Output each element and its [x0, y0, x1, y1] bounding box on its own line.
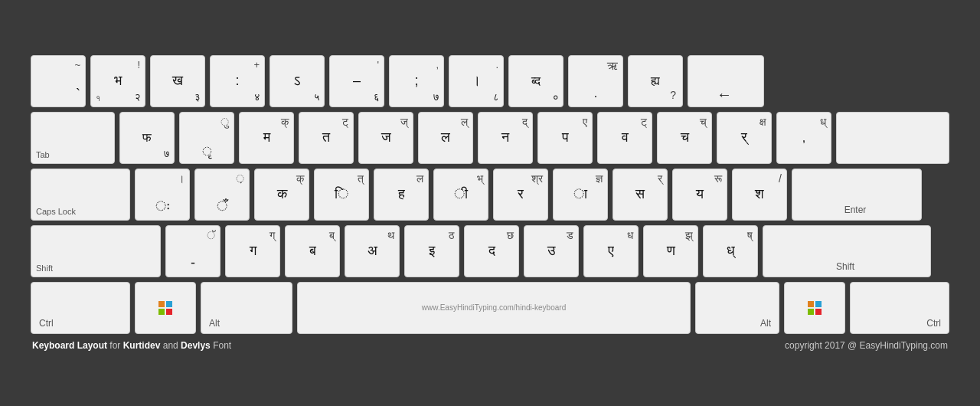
key-6[interactable]: , ; ७	[389, 55, 444, 107]
key-quote[interactable]: / श	[732, 169, 787, 221]
key-h[interactable]: भ् ी	[433, 169, 488, 221]
key-j[interactable]: श्र र	[493, 169, 548, 221]
key-ctrl-right[interactable]: Ctrl	[850, 282, 949, 334]
row-numbers: ~ ` ! भ २ १ ख ३ + : ४ ऽ ५	[31, 55, 949, 107]
key-b[interactable]: ठ इ	[404, 225, 459, 277]
key-alt-left[interactable]: Alt	[201, 282, 292, 334]
key-tab[interactable]: Tab	[31, 112, 115, 164]
key-caps-lock[interactable]: Caps Lock	[31, 169, 130, 221]
key-z[interactable]: ॅ -	[165, 225, 220, 277]
windows-icon-right	[808, 301, 822, 315]
key-bracket-close[interactable]: ध् ,	[776, 112, 831, 164]
key-9[interactable]: ऋ .	[568, 55, 623, 107]
windows-icon-left	[158, 301, 172, 315]
row-asdf: Caps Lock । ः ़ ँ क् क त् ि ल ह	[31, 169, 949, 221]
key-backtick[interactable]: ~ `	[31, 55, 86, 107]
key-win-left[interactable]	[135, 282, 196, 334]
key-q[interactable]: फ ७	[119, 112, 175, 164]
key-f[interactable]: त् ि	[314, 169, 369, 221]
footer-right-text: copyright 2017 @ EasyHindiTyping.com	[785, 340, 948, 351]
key-2[interactable]: ख ३	[150, 55, 205, 107]
key-3[interactable]: + : ४	[210, 55, 265, 107]
key-period[interactable]: झ् ण	[643, 225, 698, 277]
key-d[interactable]: क् क	[254, 169, 309, 221]
key-slash[interactable]: ष् ध्	[703, 225, 758, 277]
key-p[interactable]: च् च	[657, 112, 712, 164]
key-1[interactable]: ! भ २ १	[90, 55, 145, 107]
key-comma[interactable]: ध ए	[583, 225, 639, 277]
key-x[interactable]: ग् ग	[225, 225, 280, 277]
key-8[interactable]: ब्द ०	[508, 55, 564, 107]
key-5[interactable]: ' – ६	[329, 55, 384, 107]
key-enter[interactable]: Enter	[792, 169, 922, 221]
footer-left-text: Keyboard Layout for Kurtidev and Devlys …	[32, 340, 231, 351]
key-semicolon[interactable]: रू य	[672, 169, 727, 221]
key-v[interactable]: थ अ	[345, 225, 400, 277]
key-g[interactable]: ल ह	[374, 169, 429, 221]
key-shift-left[interactable]: Shift	[31, 225, 161, 277]
key-s[interactable]: ़ ँ	[194, 169, 250, 221]
row-qwerty: Tab फ ७ ु ृ क् म ट् त ज् ज ल	[31, 112, 949, 164]
key-4[interactable]: ऽ ५	[270, 55, 325, 107]
key-m[interactable]: ड उ	[524, 225, 579, 277]
key-l[interactable]: र् स	[612, 169, 668, 221]
key-u[interactable]: द् न	[478, 112, 533, 164]
row-zxcv: Shift ॅ - ग् ग ब् ब थ अ ठ इ	[31, 225, 949, 277]
key-r[interactable]: ट् त	[299, 112, 354, 164]
key-0[interactable]: ह्य ?	[628, 55, 683, 107]
key-o[interactable]: ट् व	[597, 112, 652, 164]
key-bracket-open[interactable]: क्ष र्	[717, 112, 772, 164]
key-t[interactable]: ज् ज	[358, 112, 413, 164]
keyboard: ~ ` ! भ २ १ ख ३ + : ४ ऽ ५	[31, 55, 949, 334]
key-e[interactable]: क् म	[239, 112, 294, 164]
key-y[interactable]: ल् ल	[418, 112, 473, 164]
key-space[interactable]: www.EasyHindiTyping.com/hindi-keyboard	[297, 282, 691, 334]
keyboard-container: ~ ` ! भ २ १ ख ३ + : ४ ऽ ५	[0, 40, 980, 366]
key-shift-right[interactable]: Shift	[763, 225, 931, 277]
key-backspace[interactable]: ←	[688, 55, 764, 107]
key-n[interactable]: छ द	[464, 225, 519, 277]
key-k[interactable]: ज्ञ ा	[553, 169, 608, 221]
row-bottom: Ctrl Alt www.EasyHindiTyping.com/hindi-k…	[31, 282, 949, 334]
key-c[interactable]: ब् ब	[285, 225, 340, 277]
key-ctrl-left[interactable]: Ctrl	[31, 282, 130, 334]
key-backslash[interactable]	[836, 112, 949, 164]
key-w[interactable]: ु ृ	[179, 112, 234, 164]
footer: Keyboard Layout for Kurtidev and Devlys …	[31, 340, 949, 351]
key-i[interactable]: ए प	[537, 112, 593, 164]
key-a[interactable]: । ः	[135, 169, 190, 221]
key-alt-right[interactable]: Alt	[695, 282, 779, 334]
key-win-right[interactable]	[784, 282, 845, 334]
key-7[interactable]: . । ८	[449, 55, 504, 107]
